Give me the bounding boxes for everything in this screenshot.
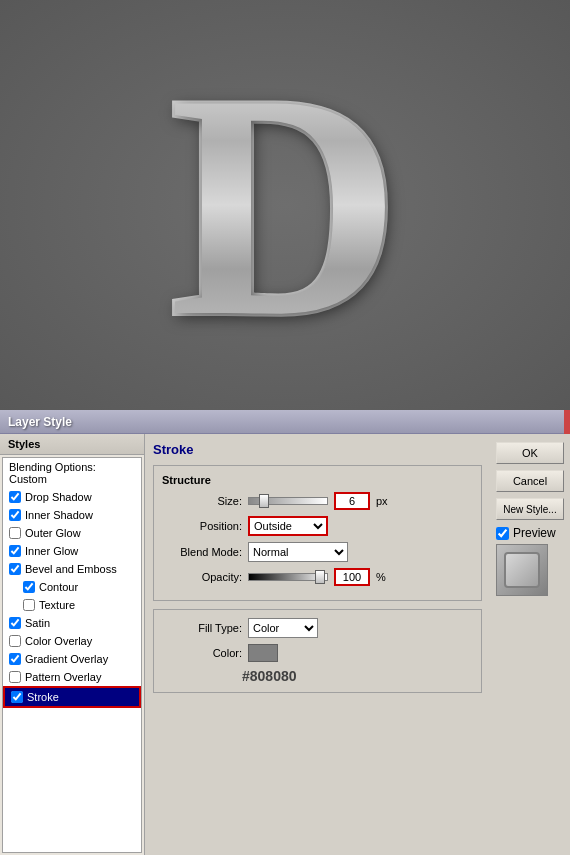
style-item-contour[interactable]: Contour xyxy=(3,578,141,596)
style-item-drop-shadow[interactable]: Drop Shadow xyxy=(3,488,141,506)
stroke-section: Stroke Structure Size: px Position: xyxy=(153,442,482,693)
satin-checkbox[interactable] xyxy=(9,617,21,629)
letter-preview: D D xyxy=(0,0,570,410)
dialog-title: Layer Style xyxy=(8,415,72,429)
stroke-checkbox[interactable] xyxy=(11,691,23,703)
style-item-blending[interactable]: Blending Options: Custom xyxy=(3,458,141,488)
size-slider-thumb[interactable] xyxy=(259,494,269,508)
dialog-title-bar: Layer Style xyxy=(0,410,570,434)
preview-container: Preview xyxy=(496,526,564,596)
style-item-texture[interactable]: Texture xyxy=(3,596,141,614)
color-overlay-checkbox[interactable] xyxy=(9,635,21,647)
cancel-button[interactable]: Cancel xyxy=(496,470,564,492)
style-item-pattern-overlay[interactable]: Pattern Overlay xyxy=(3,668,141,686)
fill-type-row: Fill Type: Color Gradient Pattern xyxy=(162,618,473,638)
blending-label: Blending Options: Custom xyxy=(9,461,135,485)
outer-glow-label: Outer Glow xyxy=(25,527,81,539)
color-label: Color: xyxy=(162,647,242,659)
style-item-outer-glow[interactable]: Outer Glow xyxy=(3,524,141,542)
contour-checkbox[interactable] xyxy=(23,581,35,593)
size-row: Size: px xyxy=(162,492,473,510)
opacity-unit: % xyxy=(376,571,386,583)
d-letter: D xyxy=(169,45,400,365)
position-label: Position: xyxy=(162,520,242,532)
position-dropdown[interactable]: Outside Inside Center xyxy=(248,516,328,536)
styles-list: Blending Options: Custom Drop Shadow Inn… xyxy=(2,457,142,853)
pattern-overlay-label: Pattern Overlay xyxy=(25,671,101,683)
structure-legend: Structure xyxy=(162,474,473,486)
gradient-overlay-label: Gradient Overlay xyxy=(25,653,108,665)
size-slider[interactable] xyxy=(248,497,328,505)
style-item-inner-glow[interactable]: Inner Glow xyxy=(3,542,141,560)
preview-label: Preview xyxy=(513,526,556,540)
style-item-satin[interactable]: Satin xyxy=(3,614,141,632)
bevel-emboss-label: Bevel and Emboss xyxy=(25,563,117,575)
ok-button[interactable]: OK xyxy=(496,442,564,464)
opacity-label: Opacity: xyxy=(162,571,242,583)
styles-panel-header: Styles xyxy=(0,434,144,455)
texture-checkbox[interactable] xyxy=(23,599,35,611)
opacity-slider-thumb[interactable] xyxy=(315,570,325,584)
satin-label: Satin xyxy=(25,617,50,629)
styles-panel: Styles Blending Options: Custom Drop Sha… xyxy=(0,434,145,855)
blend-mode-label: Blend Mode: xyxy=(162,546,242,558)
buttons-panel: OK Cancel New Style... Preview xyxy=(490,434,570,855)
d-letter-wrapper: D D xyxy=(169,45,400,365)
stroke-content-panel: Stroke Structure Size: px Position: xyxy=(145,434,490,855)
inner-glow-checkbox[interactable] xyxy=(9,545,21,557)
contour-label: Contour xyxy=(39,581,78,593)
size-unit: px xyxy=(376,495,388,507)
opacity-input[interactable] xyxy=(334,568,370,586)
fill-type-label: Fill Type: xyxy=(162,622,242,634)
preview-checkbox-row: Preview xyxy=(496,526,556,540)
style-item-inner-shadow[interactable]: Inner Shadow xyxy=(3,506,141,524)
inner-glow-label: Inner Glow xyxy=(25,545,78,557)
inner-shadow-checkbox[interactable] xyxy=(9,509,21,521)
stroke-section-title: Stroke xyxy=(153,442,482,459)
fill-section: Fill Type: Color Gradient Pattern Color:… xyxy=(153,609,482,693)
drop-shadow-checkbox[interactable] xyxy=(9,491,21,503)
outer-glow-checkbox[interactable] xyxy=(9,527,21,539)
fill-type-dropdown[interactable]: Color Gradient Pattern xyxy=(248,618,318,638)
size-input[interactable] xyxy=(334,492,370,510)
size-label: Size: xyxy=(162,495,242,507)
style-item-gradient-overlay[interactable]: Gradient Overlay xyxy=(3,650,141,668)
bevel-emboss-checkbox[interactable] xyxy=(9,563,21,575)
new-style-button[interactable]: New Style... xyxy=(496,498,564,520)
color-hex-display: #808080 xyxy=(242,668,473,684)
color-row: Color: xyxy=(162,644,473,662)
blend-mode-row: Blend Mode: Normal Multiply Screen Overl… xyxy=(162,542,473,562)
preview-thumb-inner xyxy=(504,552,540,588)
preview-checkbox[interactable] xyxy=(496,527,509,540)
texture-label: Texture xyxy=(39,599,75,611)
style-item-color-overlay[interactable]: Color Overlay xyxy=(3,632,141,650)
style-item-stroke[interactable]: Stroke xyxy=(3,686,141,708)
close-button[interactable] xyxy=(564,410,570,434)
inner-shadow-label: Inner Shadow xyxy=(25,509,93,521)
gradient-overlay-checkbox[interactable] xyxy=(9,653,21,665)
color-overlay-label: Color Overlay xyxy=(25,635,92,647)
preview-thumbnail xyxy=(496,544,548,596)
structure-group: Structure Size: px Position: Outside Ins… xyxy=(153,465,482,601)
position-row: Position: Outside Inside Center xyxy=(162,516,473,536)
stroke-label: Stroke xyxy=(27,691,59,703)
style-item-bevel-emboss[interactable]: Bevel and Emboss xyxy=(3,560,141,578)
opacity-slider[interactable] xyxy=(248,573,328,581)
drop-shadow-label: Drop Shadow xyxy=(25,491,92,503)
opacity-row: Opacity: % xyxy=(162,568,473,586)
color-swatch[interactable] xyxy=(248,644,278,662)
blend-mode-dropdown[interactable]: Normal Multiply Screen Overlay xyxy=(248,542,348,562)
pattern-overlay-checkbox[interactable] xyxy=(9,671,21,683)
layer-style-dialog: Styles Blending Options: Custom Drop Sha… xyxy=(0,434,570,855)
